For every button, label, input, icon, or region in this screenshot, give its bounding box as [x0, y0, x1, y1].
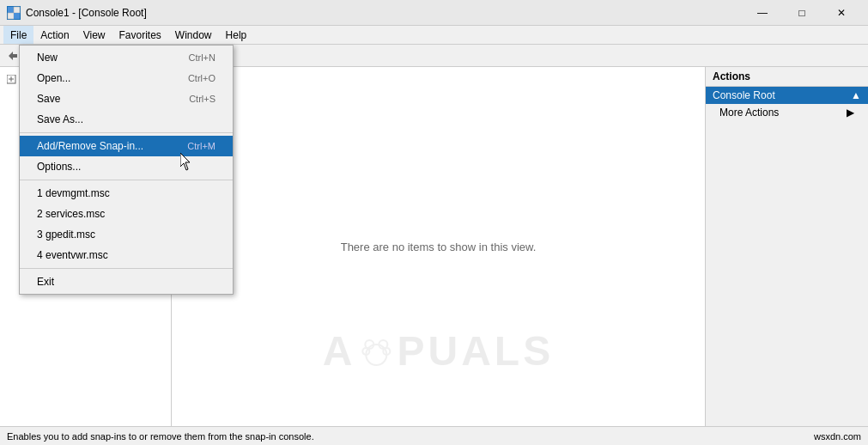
actions-section-chevron-icon: ▲: [851, 89, 861, 101]
svg-point-13: [366, 344, 386, 365]
menu-item-help[interactable]: Help: [219, 26, 254, 44]
menu-exit[interactable]: Exit: [20, 271, 233, 292]
title-bar-controls: — □ ✕: [743, 0, 861, 26]
menu-recent-4-label: 4 eventvwr.msc: [37, 249, 215, 261]
actions-section-label: Console Root: [713, 89, 775, 101]
svg-rect-1: [14, 7, 20, 13]
watermark-text2: PUALS: [397, 327, 554, 375]
expand-icon: [7, 75, 17, 85]
menu-new-label: New: [37, 52, 189, 64]
watermark-text: A: [323, 327, 356, 375]
menu-item-action[interactable]: Action: [33, 26, 76, 44]
more-actions-label: More Actions: [719, 107, 779, 119]
menu-recent-3-label: 3 gpedit.msc: [37, 229, 215, 241]
menu-save-label: Save: [37, 93, 189, 105]
menu-item-window[interactable]: Window: [168, 26, 219, 44]
menu-recent-2[interactable]: 2 services.msc: [20, 204, 233, 224]
menu-add-remove[interactable]: Add/Remove Snap-in... Ctrl+M: [20, 136, 233, 156]
menu-new[interactable]: New Ctrl+N: [20, 47, 233, 68]
menu-add-remove-label: Add/Remove Snap-in...: [37, 140, 187, 152]
menu-recent-3[interactable]: 3 gpedit.msc: [20, 224, 233, 245]
menu-recent-4[interactable]: 4 eventvwr.msc: [20, 245, 233, 265]
menu-recent-2-label: 2 services.msc: [37, 208, 215, 220]
menu-item-file[interactable]: File: [3, 26, 33, 44]
menu-save-as-label: Save As...: [37, 113, 215, 125]
close-button[interactable]: ✕: [822, 0, 861, 26]
status-bar: Enables you to add snap-ins to or remove…: [0, 426, 868, 445]
app-icon: [7, 6, 21, 20]
menu-open-shortcut: Ctrl+O: [188, 73, 215, 83]
window-title: Console1 - [Console Root]: [26, 7, 147, 19]
menu-save[interactable]: Save Ctrl+S: [20, 88, 233, 109]
svg-rect-0: [8, 7, 14, 13]
title-bar: Console1 - [Console Root] — □ ✕: [0, 0, 868, 26]
menu-save-shortcut: Ctrl+S: [189, 94, 215, 104]
actions-header: Actions: [706, 67, 868, 87]
svg-rect-3: [14, 13, 20, 19]
brand-label: wsxdn.com: [814, 431, 861, 442]
center-panel: There are no items to show in this view.…: [172, 67, 705, 426]
title-bar-left: Console1 - [Console Root]: [7, 6, 147, 20]
menu-recent-1-label: 1 devmgmt.msc: [37, 187, 215, 199]
menu-options-label: Options...: [37, 161, 215, 173]
menu-item-view[interactable]: View: [76, 26, 112, 44]
maximize-button[interactable]: □: [782, 0, 822, 26]
actions-section-header[interactable]: Console Root ▲: [706, 87, 868, 104]
status-message: Enables you to add snap-ins to or remove…: [7, 431, 314, 442]
menu-bar: File Action View Favorites Window Help: [0, 26, 868, 45]
separator-2: [20, 180, 233, 180]
separator-1: [20, 132, 233, 133]
svg-rect-2: [8, 13, 14, 19]
right-panel: Actions Console Root ▲ More Actions ▶: [705, 67, 868, 426]
separator-3: [20, 268, 233, 269]
menu-options[interactable]: Options...: [20, 156, 233, 177]
menu-recent-1[interactable]: 1 devmgmt.msc: [20, 183, 233, 204]
menu-add-remove-shortcut: Ctrl+M: [187, 141, 215, 151]
watermark-paw-icon: [359, 334, 393, 369]
menu-save-as[interactable]: Save As...: [20, 109, 233, 130]
file-dropdown-menu: New Ctrl+N Open... Ctrl+O Save Ctrl+S Sa…: [19, 45, 234, 295]
menu-new-shortcut: Ctrl+N: [189, 52, 215, 63]
menu-open-label: Open...: [37, 72, 188, 84]
svg-marker-4: [9, 52, 17, 60]
watermark: A PUALS: [323, 327, 554, 375]
menu-exit-label: Exit: [37, 276, 215, 288]
more-actions-item[interactable]: More Actions ▶: [706, 104, 868, 121]
menu-item-favorites[interactable]: Favorites: [112, 26, 168, 44]
menu-open[interactable]: Open... Ctrl+O: [20, 68, 233, 88]
minimize-button[interactable]: —: [743, 0, 782, 26]
empty-state-text: There are no items to show in this view.: [341, 241, 537, 253]
more-actions-arrow-icon: ▶: [847, 107, 854, 119]
